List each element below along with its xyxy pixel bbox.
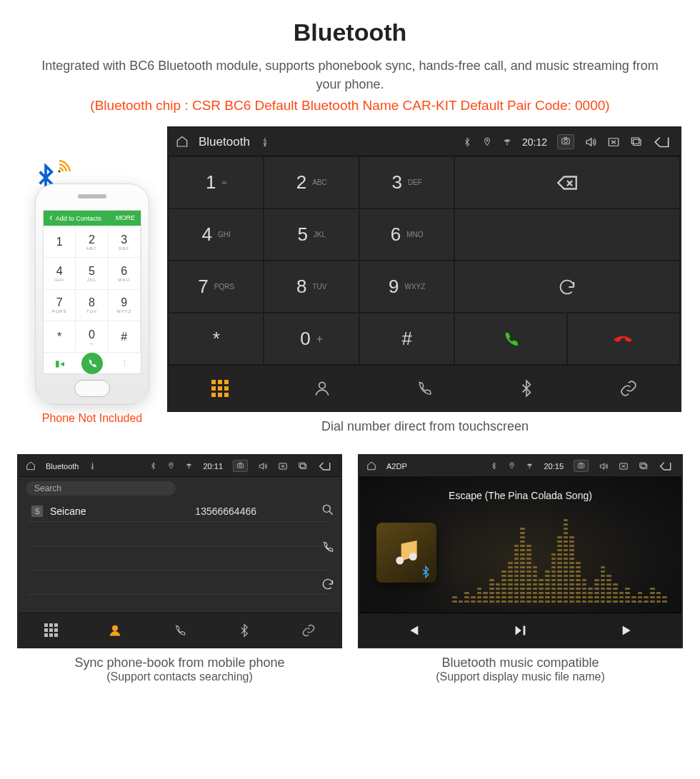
key-1[interactable]: 1∞ (169, 156, 264, 208)
phone-key-*: * (44, 321, 76, 352)
contacts-screen: Bluetooth 20:11 (17, 454, 342, 648)
contact-name: Seicane (50, 506, 86, 517)
usb-icon (260, 137, 270, 147)
volume-icon[interactable] (584, 136, 597, 149)
nav-contacts[interactable] (83, 613, 147, 647)
phone-header-left: Add to Contacts (49, 214, 101, 222)
page-description: Integrated with BC6 Bluetooth module, su… (36, 56, 664, 94)
recents-icon[interactable] (639, 461, 649, 471)
dialer-clock: 20:12 (522, 136, 547, 148)
bluetooth-specs: (Bluetooth chip : CSR BC6 Default Blueto… (17, 98, 683, 114)
screenshot-icon[interactable] (233, 460, 248, 472)
key-hash[interactable]: # (359, 313, 455, 365)
dialer-screen: Bluetooth 20:12 1∞2AB (167, 126, 681, 412)
phone-key-9: 9WXYZ (109, 289, 141, 321)
back-icon[interactable] (659, 459, 673, 473)
key-8[interactable]: 8TUV (264, 261, 359, 313)
bt-status-icon (149, 462, 157, 470)
contacts-caption: Sync phone-book from mobile phone (Suppo… (17, 655, 342, 683)
nav-pair[interactable] (578, 366, 680, 411)
music-app-name: A2DP (386, 462, 407, 471)
contacts-statusbar: Bluetooth 20:11 (19, 456, 341, 477)
action-search-icon[interactable] (321, 503, 335, 520)
prev-track-button[interactable] (359, 613, 466, 647)
call-button[interactable] (454, 313, 567, 365)
dialer-bottom-nav (169, 365, 680, 411)
contact-initial: S (31, 506, 43, 517)
music-screen: A2DP 20:15 Escape (The (358, 454, 683, 648)
nav-keypad[interactable] (19, 613, 83, 647)
close-app-icon[interactable] (607, 136, 620, 149)
page-title: Bluetooth (17, 19, 683, 46)
home-icon[interactable] (176, 136, 189, 149)
phone-key-4: 4GHI (44, 257, 76, 288)
equalizer (452, 527, 667, 603)
music-caption: Bluetooth music compatible (Support disp… (358, 655, 683, 683)
close-app-icon[interactable] (278, 461, 288, 471)
volume-icon[interactable] (599, 461, 609, 471)
screenshot-icon[interactable] (574, 460, 589, 472)
bt-status-icon (462, 137, 472, 147)
contact-row[interactable]: S Seicane 13566664466 (29, 501, 331, 522)
nav-keypad[interactable] (169, 366, 271, 411)
phone-key-2: 2ABC (76, 226, 108, 257)
bt-status-icon (490, 462, 498, 470)
action-call-icon[interactable] (321, 540, 335, 557)
home-icon[interactable] (366, 461, 376, 471)
recents-icon[interactable] (630, 136, 643, 149)
key-5[interactable]: 5JKL (264, 208, 359, 261)
location-icon (508, 462, 516, 470)
album-art (376, 523, 436, 583)
key-4[interactable]: 4GHI (169, 208, 264, 261)
key-star[interactable]: * (169, 313, 264, 365)
contacts-bottom-nav (19, 613, 341, 647)
phone-key-1: 1 (44, 226, 76, 257)
nav-contacts[interactable] (271, 366, 373, 411)
track-title: Escape (The Pina Colada Song) (359, 490, 681, 501)
redial-button[interactable] (454, 261, 680, 313)
nav-bluetooth[interactable] (212, 613, 276, 647)
contacts-clock: 20:11 (203, 462, 223, 471)
search-input[interactable]: Search (26, 481, 176, 496)
phone-video-icon: ▮◂ (44, 353, 76, 373)
hangup-button[interactable] (567, 313, 680, 365)
dialer-app-name: Bluetooth (199, 135, 250, 149)
phone-key-8: 8TUV (76, 289, 108, 321)
nav-pair[interactable] (276, 613, 341, 647)
volume-icon[interactable] (258, 461, 268, 471)
dialer-statusbar: Bluetooth 20:12 (169, 128, 680, 156)
play-pause-button[interactable] (466, 613, 574, 647)
key-3[interactable]: 3DEF (359, 156, 455, 208)
recents-icon[interactable] (298, 461, 308, 471)
phone-key-#: # (109, 321, 141, 352)
location-icon (482, 137, 492, 147)
wifi-icon (526, 462, 534, 470)
phone-header-right: MORE (116, 214, 135, 222)
key-0[interactable]: 0+ (264, 313, 359, 365)
back-icon[interactable] (318, 459, 332, 473)
wifi-icon (502, 137, 512, 147)
phone-key-7: 7PQRS (44, 289, 76, 321)
contact-number: 13566664466 (195, 506, 328, 517)
key-9[interactable]: 9WXYZ (359, 261, 455, 313)
action-refresh-icon[interactable] (321, 577, 335, 594)
next-track-button[interactable] (574, 613, 681, 647)
backspace-button[interactable] (454, 156, 680, 208)
key-6[interactable]: 6MNO (359, 208, 455, 261)
key-2[interactable]: 2ABC (264, 156, 359, 208)
close-app-icon[interactable] (619, 461, 629, 471)
screenshot-icon[interactable] (557, 134, 574, 149)
key-7[interactable]: 7PQRS (169, 261, 264, 313)
nav-call-log[interactable] (147, 613, 211, 647)
location-icon (167, 462, 175, 470)
contacts-app-name: Bluetooth (46, 462, 79, 471)
home-icon[interactable] (26, 461, 36, 471)
nav-call-log[interactable] (373, 366, 475, 411)
usb-icon (89, 462, 96, 470)
wifi-icon (185, 462, 193, 470)
back-icon[interactable] (653, 133, 671, 151)
phone-key-3: 3DEF (109, 226, 141, 257)
phone-mockup: Add to Contacts MORE 12ABC3DEF4GHI5JKL6M… (17, 126, 167, 425)
nav-bluetooth[interactable] (476, 366, 578, 411)
music-clock: 20:15 (544, 462, 564, 471)
